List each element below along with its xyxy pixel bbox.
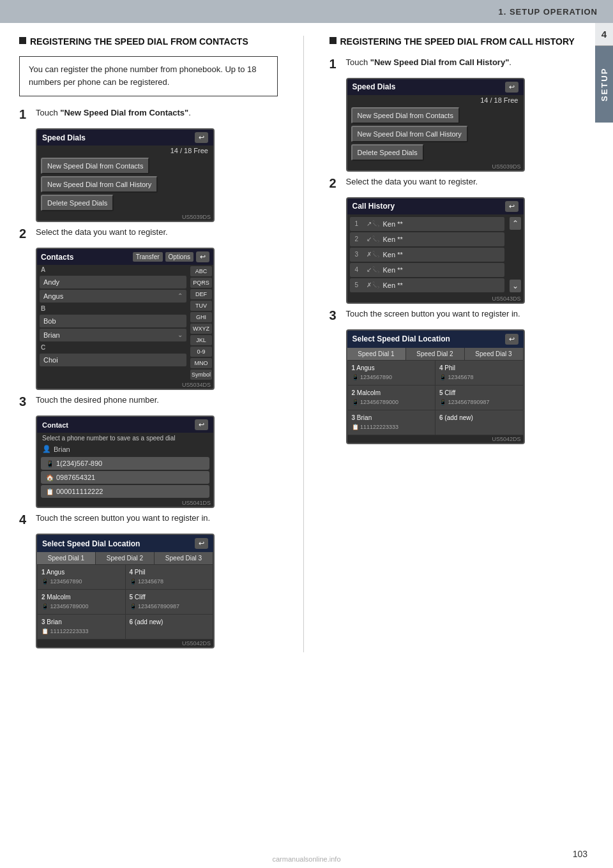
step-4-number: 4 xyxy=(19,512,31,527)
right-location-header: Select Speed Dial Location ↩ xyxy=(347,331,524,348)
contacts-options-btn[interactable]: Options xyxy=(165,252,193,262)
right-location-item-6[interactable]: 6 (add new) xyxy=(435,410,523,435)
right-item-4-num: 4 xyxy=(439,364,443,371)
right-tab-speeddial1[interactable]: Speed Dial 1 xyxy=(347,348,406,360)
right-location-item-4[interactable]: 4 Phil 📱 12345678 xyxy=(435,361,523,385)
callhist-body: 1 ↗📞 Ken ** 2 ↙📞 Ken ** 3 ✗📞 Ken ** xyxy=(347,214,524,295)
group-a-label: A xyxy=(37,265,189,274)
location-item-6[interactable]: 6 (add new) xyxy=(126,615,213,639)
right-screen-3: Select Speed Dial Location ↩ Speed Dial … xyxy=(346,329,525,444)
item-1-phone: 📱 1234567890 xyxy=(42,578,82,585)
right-item-4-name: Phil xyxy=(444,364,455,371)
contact-brian[interactable]: Brian ⌄ xyxy=(40,329,186,341)
item-4-num: 4 xyxy=(130,569,133,576)
callhist-scroll-up[interactable]: ⌃ xyxy=(510,217,521,230)
right-location-item-3[interactable]: 3 Brian 📋 111122223333 xyxy=(348,410,435,435)
alpha-mno[interactable]: MNO xyxy=(190,358,212,368)
callhist-item-3[interactable]: 3 ✗📞 Ken ** xyxy=(350,248,504,262)
phone-btn-mobile[interactable]: 📱 1(234)567-890 xyxy=(41,457,209,470)
alpha-pqrs[interactable]: PQRS xyxy=(190,278,212,288)
item-1-name: Angus xyxy=(47,569,64,576)
callhist-item-2[interactable]: 2 ↙📞 Ken ** xyxy=(350,232,504,246)
step-3-number: 3 xyxy=(19,394,31,409)
callhist-item-1[interactable]: 1 ↗📞 Ken ** xyxy=(350,217,504,231)
callhist-item-4[interactable]: 4 ↙📞 Ken ** xyxy=(350,263,504,277)
location-item-1[interactable]: 1 Angus 📱 1234567890 xyxy=(38,565,125,589)
right-screen1-btn-delete[interactable]: Delete Speed Dials xyxy=(351,144,424,161)
contact-andy[interactable]: Andy xyxy=(40,276,186,288)
right-screen1-back[interactable]: ↩ xyxy=(505,82,518,93)
tab-speeddial3-left[interactable]: Speed Dial 3 xyxy=(155,552,213,564)
location-item-5[interactable]: 5 Cliff 📱 1234567890987 xyxy=(126,590,213,614)
alpha-09[interactable]: 0-9 xyxy=(190,347,212,357)
alpha-symbol[interactable]: Symbol xyxy=(190,370,212,380)
callhist-back[interactable]: ↩ xyxy=(505,201,518,212)
right-screen-2: Call History ↩ 1 ↗📞 Ken ** 2 ↙📞 Ken ** xyxy=(346,197,525,304)
callhist-title: Call History xyxy=(352,202,395,211)
right-location-item-2[interactable]: 2 Malcolm 📱 123456789000 xyxy=(348,385,435,410)
screen2-id: US5034DS xyxy=(37,381,213,389)
tab-speeddial1-left[interactable]: Speed Dial 1 xyxy=(37,552,96,564)
side-tab-label: SETUP xyxy=(595,46,613,123)
location-title-left: Select Speed Dial Location xyxy=(42,539,140,548)
right-item-4-phone: 📱 12345678 xyxy=(439,374,474,380)
screen1-btn-delete[interactable]: Delete Speed Dials xyxy=(41,195,114,211)
callhist-icons-5: ✗📞 xyxy=(367,281,379,288)
callhist-name-5: Ken ** xyxy=(383,281,499,289)
alpha-jkl[interactable]: JKL xyxy=(190,335,212,345)
right-item-1-num: 1 xyxy=(352,364,356,371)
left-screen-1: Speed Dials ↩ 14 / 18 Free New Speed Dia… xyxy=(36,128,215,222)
right-screen1-btn-contacts[interactable]: New Speed Dial from Contacts xyxy=(351,107,460,124)
phone-home-number: 0987654321 xyxy=(56,474,95,481)
contact-choi[interactable]: Choi xyxy=(40,354,186,366)
phone-btn-other[interactable]: 📋 000011112222 xyxy=(41,485,209,498)
item-6-num: 6 xyxy=(130,618,133,625)
screen1-btn-contacts[interactable]: New Speed Dial from Contacts xyxy=(41,158,149,174)
right-location-item-1[interactable]: 1 Angus 📱 1234567890 xyxy=(348,361,435,385)
right-tab-speeddial3[interactable]: Speed Dial 3 xyxy=(465,348,524,360)
left-step-2: 2 Select the data you want to register. xyxy=(19,226,278,241)
contact-detail-back[interactable]: ↩ xyxy=(195,419,208,430)
contact-bob[interactable]: Bob xyxy=(40,315,186,327)
left-heading-text: REGISTERING THE SPEED DIAL FROM CONTACTS xyxy=(30,36,248,49)
step-2-number: 2 xyxy=(19,226,31,241)
screen1-back-btn[interactable]: ↩ xyxy=(195,132,208,143)
alpha-def[interactable]: DEF xyxy=(190,289,212,299)
callhist-scroll-down[interactable]: ⌄ xyxy=(510,280,521,292)
alpha-wxyz[interactable]: WXYZ xyxy=(190,324,212,334)
right-step-3-number: 3 xyxy=(329,308,341,323)
step-1-number: 1 xyxy=(19,107,31,122)
home-icon: 🏠 xyxy=(46,474,54,481)
item-2-phone: 📱 123456789000 xyxy=(42,603,89,610)
callhist-num-3: 3 xyxy=(355,251,363,258)
contacts-back-btn[interactable]: ↩ xyxy=(196,251,209,262)
location-item-4[interactable]: 4 Phil 📱 12345678 xyxy=(126,565,213,589)
alpha-ghi[interactable]: GHI xyxy=(190,312,212,322)
right-heading-text: REGISTERING THE SPEED DIAL FROM CALL HIS… xyxy=(340,36,575,49)
tab-speeddial2-left[interactable]: Speed Dial 2 xyxy=(96,552,155,564)
right-tab-speeddial2[interactable]: Speed Dial 2 xyxy=(406,348,465,360)
right-screen1-btn-callhist[interactable]: New Speed Dial from Call History xyxy=(351,126,468,142)
location-back-left[interactable]: ↩ xyxy=(195,538,208,549)
callhist-name-2: Ken ** xyxy=(383,236,499,243)
screen1-btn-callhist[interactable]: New Speed Dial from Call History xyxy=(41,176,158,193)
location-item-2[interactable]: 2 Malcolm 📱 123456789000 xyxy=(38,590,125,614)
location-item-3[interactable]: 3 Brian 📋 111122223333 xyxy=(38,615,125,639)
alpha-abc[interactable]: ABC xyxy=(190,266,212,276)
phone-other-number: 000011112222 xyxy=(56,488,103,495)
item-5-num: 5 xyxy=(130,594,133,601)
right-location-back[interactable]: ↩ xyxy=(505,334,518,345)
left-step-3: 3 Touch the desired phone number. xyxy=(19,394,278,409)
contacts-transfer-btn[interactable]: Transfer xyxy=(133,252,163,262)
right-screen1-title: Speed Dials xyxy=(352,82,396,91)
callhist-item-5[interactable]: 5 ✗📞 Ken ** xyxy=(350,278,504,292)
phone-btn-home[interactable]: 🏠 0987654321 xyxy=(41,471,209,484)
page-number: 103 xyxy=(573,849,587,859)
alpha-tuv[interactable]: TUV xyxy=(190,301,212,311)
right-item-2-num: 2 xyxy=(352,389,356,396)
item-4-phone: 📱 12345678 xyxy=(130,578,164,585)
item-5-phone: 📱 1234567890987 xyxy=(130,603,180,610)
callhist-icons-3: ✗📞 xyxy=(367,251,379,258)
right-location-item-5[interactable]: 5 Cliff 📱 1234567890987 xyxy=(435,385,523,410)
contact-angus[interactable]: Angus ⌃ xyxy=(40,290,186,303)
